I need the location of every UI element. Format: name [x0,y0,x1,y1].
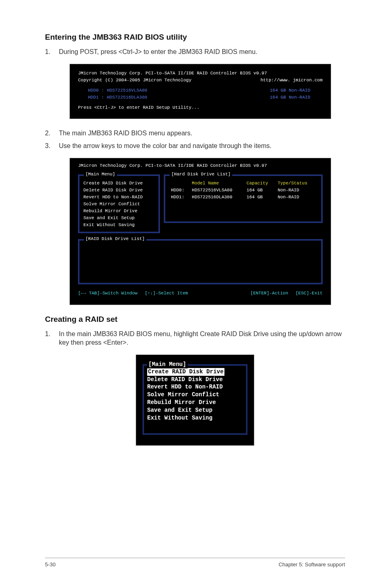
small-menu-exit[interactable]: Exit Without Saving [147,414,243,422]
step-3-text: Use the arrow keys to move the color bar… [59,141,345,150]
bios-title-line: JMicron Technology Corp. PCI-to-SATA II/… [78,70,323,77]
disk1-slot: HDD1: [169,194,190,201]
step-2-row: 2. The main JMB363 RAID BIOS menu appear… [45,129,345,138]
disk-row-1: HDD1: HDS722516DLA380 164 GB Non-RAID [169,194,317,201]
hdd1-status: 164 GB Non-RAID [270,94,310,101]
step-1-number: 1. [45,47,59,56]
heading-entering-utility: Entering the JMB363 RAID BIOS utility [45,33,345,42]
hard-disk-label: [Hard Disk Drive List] [170,171,232,178]
menu-item-save[interactable]: Save and Exit Setup [83,215,155,222]
disk1-model: HDS722516DLA380 [190,194,245,201]
bios-small-menu: [Main Menu] Create RAID Disk Drive Delet… [136,355,254,446]
raid-disk-label: [RAID Disk Drive List] [84,236,146,242]
menu-item-solve[interactable]: Solve Mirror Conflict [83,201,155,208]
main-menu-panel: [Main Menu] Create RAID Disk Drive Delet… [78,171,160,233]
hint-enter: [ENTER]-Action [251,290,288,297]
step-1-row: 1. During POST, press <Ctrl-J> to enter … [45,47,345,56]
hdd1-label: HDD1 : HDS722516DLA380 [88,94,147,101]
bios-main-menu-screen: JMicron Technology Corp. PCI-to-SATA II/… [69,158,331,305]
sec2-step-1-row: 1. In the main JMB363 RAID BIOS menu, hi… [45,330,345,347]
disk-row-0: HDD0: HDS722516VLSA80 164 GB Non-RAID [169,187,317,194]
col-model: Model Name [190,180,245,187]
disk1-cap: 164 GB [245,194,276,201]
disk-table: Model Name Capacity Type/Status HDD0: HD… [169,180,317,201]
hard-disk-panel: [Hard Disk Drive List] Model Name Capaci… [164,171,323,233]
sec2-step-1-number: 1. [45,330,59,339]
hint-select: [↑↓]-Select Item [145,290,188,297]
page-footer: 5-30 Chapter 5: Software support [45,558,345,568]
step-3-row: 3. Use the arrow keys to move the color … [45,141,345,150]
col-capacity: Capacity [245,180,276,187]
menu-item-rebuild[interactable]: Rebuild Mirror Drive [83,208,155,215]
menu-item-delete[interactable]: Delete RAID Disk Drive [83,187,155,194]
disk0-model: HDS722516VLSA80 [190,187,245,194]
bios2-title: JMicron Technology Corp. PCI-to-SATA II/… [78,162,323,169]
raid-disk-panel: [RAID Disk Drive List] [78,236,323,284]
menu-item-revert[interactable]: Revert HDD to Non-RAID [83,194,155,201]
step-3-number: 3. [45,141,59,150]
small-menu-create[interactable]: Create RAID Disk Drive [147,368,224,376]
small-menu-solve[interactable]: Solve Mirror Conflict [147,391,243,399]
sec2-step-1-text: In the main JMB363 RAID BIOS menu, highl… [59,330,345,347]
disk1-type: Non-RAID [276,194,317,201]
disk0-type: Non-RAID [276,187,317,194]
bios-copyright: Copyright (C) 2004-2005 JMicron Technolo… [78,77,191,84]
menu-item-create[interactable]: Create RAID Disk Drive [83,180,155,187]
disk0-cap: 164 GB [245,187,276,194]
col-type: Type/Status [276,180,317,187]
disk0-slot: HDD0: [169,187,190,194]
hint-esc: [ESC]-Exit [296,290,323,297]
chapter-label: Chapter 5: Software support [278,561,345,568]
main-menu-label: [Main Menu] [84,171,117,178]
bios-prompt: Press <Ctrl-J> to enter RAID Setup Utili… [78,104,323,111]
menu-item-exit[interactable]: Exit Without Saving [83,222,155,229]
small-menu-label: [Main Menu] [147,361,188,368]
small-menu-delete[interactable]: Delete RAID Disk Drive [147,376,243,384]
page-number: 5-30 [45,561,56,568]
hdd0-label: HDD0 : HDS722516VLSA80 [88,87,147,94]
small-menu-revert[interactable]: Revert HDD to Non-RAID [147,383,243,391]
bios-post-screen: JMicron Technology Corp. PCI-to-SATA II/… [69,64,331,119]
hint-tab: [←→ TAB]-Switch Window [78,290,137,297]
step-2-number: 2. [45,129,59,138]
hdd0-status: 164 GB Non-RAID [270,87,310,94]
step-2-text: The main JMB363 RAID BIOS menu appears. [59,129,345,138]
small-menu-rebuild[interactable]: Rebuild Mirror Drive [147,399,243,406]
bios-url: http://www. jmicron.com [260,77,323,84]
small-menu-save[interactable]: Save and Exit Setup [147,406,243,414]
step-1-text: During POST, press <Ctrl-J> to enter the… [59,47,345,56]
heading-creating-raid: Creating a RAID set [45,315,345,324]
